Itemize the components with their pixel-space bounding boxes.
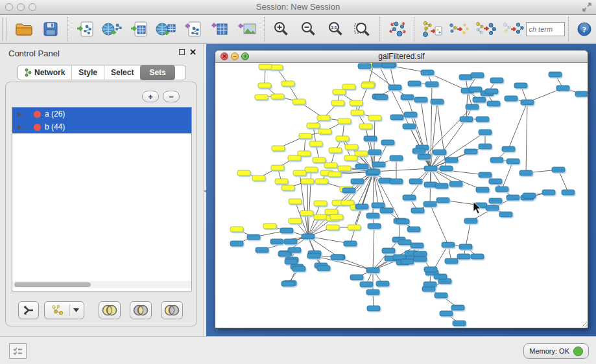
graph-node[interactable] <box>344 155 357 161</box>
graph-node[interactable] <box>230 241 243 246</box>
expand-triangle-icon[interactable]: ▶ <box>18 124 25 130</box>
graph-node[interactable] <box>489 179 502 184</box>
graph-node[interactable] <box>366 213 379 218</box>
graph-node[interactable] <box>375 95 388 100</box>
graph-node[interactable] <box>401 259 414 264</box>
graph-node[interactable] <box>434 274 447 279</box>
graph-node[interactable] <box>324 163 337 168</box>
graph-node[interactable] <box>315 179 328 184</box>
graph-node[interactable] <box>364 136 377 141</box>
graph-node[interactable] <box>411 208 424 213</box>
help-button[interactable]: ? <box>573 17 596 41</box>
graph-node[interactable] <box>464 218 477 223</box>
export-image-button[interactable] <box>233 17 261 41</box>
open-session-button[interactable] <box>10 17 38 41</box>
split-sets-button[interactable] <box>18 301 39 319</box>
graph-node[interactable] <box>401 95 414 100</box>
export-network-button[interactable] <box>180 17 207 41</box>
union-sets-button[interactable] <box>99 301 121 319</box>
zoom-out-button[interactable] <box>295 17 322 41</box>
graph-node[interactable] <box>562 190 575 195</box>
difference-sets-button[interactable] <box>161 301 183 319</box>
graph-node[interactable] <box>435 183 448 188</box>
zoom-in-button[interactable] <box>268 17 296 41</box>
graph-node[interactable] <box>271 94 284 99</box>
graph-node[interactable] <box>330 214 343 220</box>
graph-node[interactable] <box>542 190 555 195</box>
graph-edge[interactable] <box>485 175 513 198</box>
graph-node[interactable] <box>403 124 416 129</box>
graph-node[interactable] <box>255 95 268 100</box>
graph-node[interactable] <box>445 258 458 264</box>
graph-node[interactable] <box>305 167 318 172</box>
graph-node[interactable] <box>479 144 492 149</box>
save-session-button[interactable] <box>37 17 64 41</box>
graph-edge[interactable] <box>374 172 378 205</box>
graph-node[interactable] <box>300 210 313 216</box>
graph-node[interactable] <box>460 117 473 122</box>
graph-edge[interactable] <box>430 204 448 245</box>
graph-node[interactable] <box>412 148 425 154</box>
import-table-file-button[interactable] <box>126 17 153 41</box>
add-set-button[interactable]: + <box>142 91 159 102</box>
graph-node[interactable] <box>556 85 569 91</box>
unhide-all-button[interactable] <box>499 17 527 41</box>
graph-node[interactable] <box>407 227 420 232</box>
graph-node[interactable] <box>490 157 503 163</box>
graph-node[interactable] <box>390 115 403 120</box>
graph-node[interactable] <box>414 97 427 102</box>
graph-node[interactable] <box>314 214 327 220</box>
graph-node[interactable] <box>307 123 320 128</box>
graph-node[interactable] <box>366 290 379 295</box>
zoom-actual-size-button[interactable]: 1:1 <box>322 17 350 41</box>
graph-node[interactable] <box>307 253 320 258</box>
graph-node[interactable] <box>521 100 534 105</box>
toolbar-drag-handle[interactable] <box>2 17 6 41</box>
sets-horizontal-scrollbar[interactable] <box>12 281 191 288</box>
graph-node[interactable] <box>289 199 302 204</box>
graph-node[interactable] <box>342 188 355 193</box>
graph-node[interactable] <box>230 227 243 232</box>
graph-node[interactable] <box>344 241 357 246</box>
graph-node[interactable] <box>519 170 532 176</box>
graph-node[interactable] <box>431 99 444 104</box>
graph-node[interactable] <box>464 149 477 154</box>
graph-node[interactable] <box>361 83 374 88</box>
graph-node[interactable] <box>355 204 368 209</box>
graph-node[interactable] <box>350 100 363 106</box>
graph-node[interactable] <box>318 129 331 134</box>
graph-node[interactable] <box>459 244 472 249</box>
graph-node[interactable] <box>280 228 293 233</box>
graph-node[interactable] <box>421 70 434 75</box>
graph-node[interactable] <box>409 179 422 184</box>
graph-node[interactable] <box>271 165 284 170</box>
graph-node[interactable] <box>367 169 380 174</box>
graph-node[interactable] <box>471 254 484 259</box>
graph-edge[interactable] <box>508 102 527 149</box>
graph-node[interactable] <box>372 203 385 208</box>
graph-node[interactable] <box>404 112 417 117</box>
graph-node[interactable] <box>451 305 464 310</box>
graph-node[interactable] <box>368 115 381 120</box>
graph-node[interactable] <box>479 130 492 135</box>
graph-node[interactable] <box>292 99 305 104</box>
graph-node[interactable] <box>336 136 349 141</box>
graph-node[interactable] <box>355 151 368 156</box>
graph-node[interactable] <box>368 150 381 155</box>
graph-node[interactable] <box>502 146 515 152</box>
graph-node[interactable] <box>302 234 315 239</box>
graph-node[interactable] <box>293 170 306 176</box>
network-from-selection-button[interactable] <box>418 17 446 41</box>
graph-node[interactable] <box>495 187 508 192</box>
graph-node[interactable] <box>328 172 341 177</box>
graph-edge[interactable] <box>307 181 308 236</box>
network-frame[interactable]: ✕ − + galFiltered.sif <box>215 50 588 328</box>
graph-node[interactable] <box>552 167 565 172</box>
graph-node[interactable] <box>350 275 363 280</box>
graph-node[interactable] <box>514 83 527 88</box>
graph-node[interactable] <box>289 218 302 223</box>
graph-node[interactable] <box>237 170 250 176</box>
graph-node[interactable] <box>414 251 427 256</box>
graph-node[interactable] <box>435 293 447 298</box>
frame-resize-grip[interactable] <box>582 322 588 327</box>
